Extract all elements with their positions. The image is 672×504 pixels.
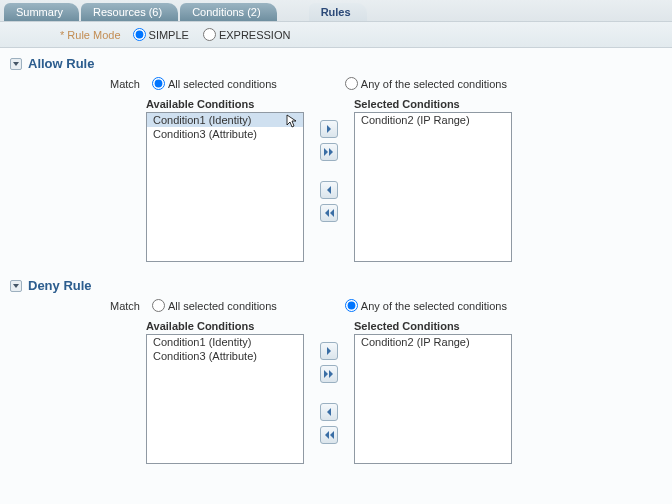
- allow-transfer-buttons: [320, 120, 338, 222]
- tab-bar: Summary Resources (6) Conditions (2) Rul…: [0, 0, 672, 22]
- deny-transfer-buttons: [320, 342, 338, 444]
- rule-mode-expression-label: EXPRESSION: [219, 29, 291, 41]
- allow-match-all-radio[interactable]: [152, 77, 165, 90]
- tab-resources[interactable]: Resources (6): [81, 3, 178, 21]
- deny-selected-listbox[interactable]: Condition2 (IP Range): [354, 334, 512, 464]
- allow-match-any-radio[interactable]: [345, 77, 358, 90]
- allow-available-listbox[interactable]: Condition1 (Identity) Condition3 (Attrib…: [146, 112, 304, 262]
- allow-selected-label: Selected Conditions: [354, 98, 512, 110]
- move-all-left-button[interactable]: [320, 204, 338, 222]
- allow-lists-row: Available Conditions Condition1 (Identit…: [146, 98, 662, 262]
- list-item-label: Condition1 (Identity): [153, 114, 251, 126]
- allow-rule-title: Allow Rule: [28, 56, 94, 71]
- allow-match-row: Match All selected conditions Any of the…: [110, 77, 662, 90]
- deny-rule-section: Deny Rule Match All selected conditions …: [0, 274, 672, 472]
- deny-rule-title: Deny Rule: [28, 278, 92, 293]
- deny-match-any[interactable]: Any of the selected conditions: [341, 299, 507, 312]
- allow-collapse-toggle[interactable]: [10, 58, 22, 70]
- move-all-right-button[interactable]: [320, 365, 338, 383]
- deny-collapse-toggle[interactable]: [10, 280, 22, 292]
- tab-summary[interactable]: Summary: [4, 3, 79, 21]
- move-left-button[interactable]: [320, 181, 338, 199]
- deny-match-any-radio[interactable]: [345, 299, 358, 312]
- allow-rule-header: Allow Rule: [10, 56, 662, 71]
- rule-mode-bar: * Rule Mode SIMPLE EXPRESSION: [0, 22, 672, 48]
- allow-available-label: Available Conditions: [146, 98, 304, 110]
- rule-mode-simple[interactable]: SIMPLE: [129, 28, 189, 41]
- deny-lists-row: Available Conditions Condition1 (Identit…: [146, 320, 662, 464]
- cursor-icon: [286, 114, 297, 130]
- deny-match-row: Match All selected conditions Any of the…: [110, 299, 662, 312]
- list-item[interactable]: Condition3 (Attribute): [147, 127, 303, 141]
- list-item[interactable]: Condition1 (Identity): [147, 113, 303, 127]
- deny-available-label: Available Conditions: [146, 320, 304, 332]
- move-all-left-button[interactable]: [320, 426, 338, 444]
- deny-match-all[interactable]: All selected conditions: [148, 299, 277, 312]
- move-left-button[interactable]: [320, 403, 338, 421]
- rule-mode-label: * Rule Mode: [60, 29, 121, 41]
- rule-mode-simple-radio[interactable]: [133, 28, 146, 41]
- move-right-button[interactable]: [320, 342, 338, 360]
- move-all-right-button[interactable]: [320, 143, 338, 161]
- list-item[interactable]: Condition2 (IP Range): [355, 335, 511, 349]
- deny-match-label: Match: [110, 300, 140, 312]
- allow-match-any[interactable]: Any of the selected conditions: [341, 77, 507, 90]
- deny-match-all-label: All selected conditions: [168, 300, 277, 312]
- allow-rule-section: Allow Rule Match All selected conditions…: [0, 52, 672, 270]
- deny-selected-label: Selected Conditions: [354, 320, 512, 332]
- deny-rule-header: Deny Rule: [10, 278, 662, 293]
- tab-conditions[interactable]: Conditions (2): [180, 3, 276, 21]
- list-item[interactable]: Condition1 (Identity): [147, 335, 303, 349]
- allow-match-label: Match: [110, 78, 140, 90]
- rule-mode-expression-radio[interactable]: [203, 28, 216, 41]
- allow-match-all[interactable]: All selected conditions: [148, 77, 277, 90]
- list-item[interactable]: Condition2 (IP Range): [355, 113, 511, 127]
- deny-available-listbox[interactable]: Condition1 (Identity) Condition3 (Attrib…: [146, 334, 304, 464]
- rule-mode-expression[interactable]: EXPRESSION: [199, 28, 291, 41]
- rule-mode-simple-label: SIMPLE: [149, 29, 189, 41]
- deny-match-any-label: Any of the selected conditions: [361, 300, 507, 312]
- allow-selected-listbox[interactable]: Condition2 (IP Range): [354, 112, 512, 262]
- tab-rules[interactable]: Rules: [309, 3, 367, 21]
- deny-match-all-radio[interactable]: [152, 299, 165, 312]
- move-right-button[interactable]: [320, 120, 338, 138]
- list-item[interactable]: Condition3 (Attribute): [147, 349, 303, 363]
- allow-match-all-label: All selected conditions: [168, 78, 277, 90]
- allow-match-any-label: Any of the selected conditions: [361, 78, 507, 90]
